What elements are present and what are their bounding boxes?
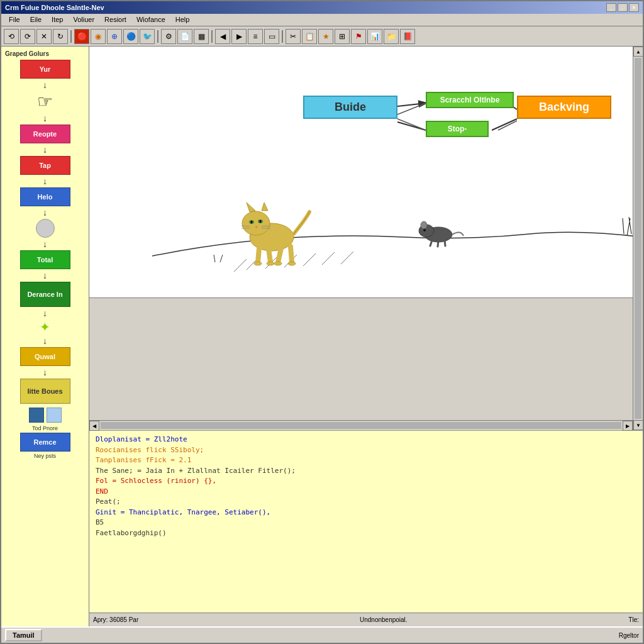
close-button[interactable]: × xyxy=(629,3,639,12)
minimize-button[interactable]: _ xyxy=(606,3,616,12)
circle-node xyxy=(36,219,55,238)
sidebar-item-reopte[interactable]: Reopte xyxy=(20,125,70,143)
svg-line-29 xyxy=(269,248,270,262)
tod-label: Tod Pnore xyxy=(32,425,58,431)
node-guide[interactable]: Buide xyxy=(303,96,397,119)
status-right-label: Tle: xyxy=(628,616,639,623)
toolbar-pdf[interactable]: 📕 xyxy=(400,29,415,44)
code-line-8: B5 xyxy=(96,518,636,528)
canvas-scrollbar-h[interactable]: ◀ ▶ xyxy=(89,420,633,430)
menu-resiort[interactable]: Resiort xyxy=(99,15,131,25)
scroll-left-btn[interactable]: ◀ xyxy=(89,421,99,431)
svg-line-14 xyxy=(341,252,353,264)
toolbar-back[interactable]: ⟲ xyxy=(4,29,19,44)
status-left: Apry: 36085 Par xyxy=(93,616,138,623)
toolbar-icon1[interactable]: 🔴 xyxy=(74,29,89,44)
toolbar-icon2[interactable]: ◉ xyxy=(91,29,106,44)
code-line-4: Fol = Schlocless (rinior) {}, xyxy=(96,476,636,487)
taskbar-right: Rgeltor xyxy=(619,632,639,639)
cursor-icon: ☞ xyxy=(37,91,53,112)
svg-line-12 xyxy=(303,253,316,266)
scroll-up-btn[interactable]: ▲ xyxy=(633,47,643,57)
code-line-0: Dloplanisat = Zll2hote xyxy=(96,435,636,445)
arrow-5: ↓ xyxy=(43,239,47,249)
scroll-thumb-v[interactable] xyxy=(635,58,641,419)
sidebar-item-quwal[interactable]: Quwal xyxy=(20,347,70,366)
toolbar: ⟲ ⟳ ✕ ↻ 🔴 ◉ ⊕ 🔵 🐦 ⚙ 📄 ▦ ◀ ▶ ≡ ▭ ✂ 📋 ★ ⊞ … xyxy=(1,26,643,47)
menu-file[interactable]: File xyxy=(4,15,25,25)
svg-point-16 xyxy=(242,211,270,235)
separator-2 xyxy=(157,30,158,43)
menu-help[interactable]: Help xyxy=(170,15,195,25)
arrow-7: ↓ xyxy=(43,308,47,318)
node-backving[interactable]: Backving xyxy=(517,96,611,119)
scene-svg xyxy=(152,130,643,287)
status-right: Tle: xyxy=(628,616,639,623)
toolbar-file2[interactable]: 📁 xyxy=(384,29,399,44)
sidebar-item-tap[interactable]: Tap xyxy=(20,156,70,175)
code-line-7: Ginit = Thanciplatic, Tnargee, Setiaber(… xyxy=(96,508,636,518)
menu-voliuer[interactable]: Voliuer xyxy=(68,15,99,25)
status-middle: Undnonbenpoial. xyxy=(360,616,408,623)
toolbar-forward[interactable]: ⟳ xyxy=(20,29,35,44)
sidebar-item-iitte[interactable]: Iitte Boues xyxy=(20,379,70,404)
toolbar-flag[interactable]: ⚑ xyxy=(351,29,366,44)
node-scratch[interactable]: Scracchl Oltlnbe xyxy=(426,92,514,108)
toolbar-left[interactable]: ◀ xyxy=(215,29,230,44)
toolbar-nav[interactable]: ⊞ xyxy=(335,29,350,44)
toolbar-stop[interactable]: ✕ xyxy=(36,29,52,44)
scroll-down-btn[interactable]: ▼ xyxy=(633,420,643,430)
svg-line-41 xyxy=(438,241,438,247)
toolbar-chart[interactable]: 📊 xyxy=(367,29,382,44)
code-area: Dloplanisat = Zll2hote Roocianises flick… xyxy=(89,430,643,613)
arrow-6: ↓ xyxy=(43,270,47,280)
toolbar-icon4[interactable]: 🔵 xyxy=(123,29,138,44)
svg-point-34 xyxy=(274,262,282,265)
svg-line-13 xyxy=(322,252,335,265)
sidebar-item-remce[interactable]: Remce xyxy=(20,433,70,452)
toolbar-cut[interactable]: ✂ xyxy=(286,29,301,44)
menu-bar: File Eile Itep Voliuer Resiort Wiofance … xyxy=(1,14,643,26)
toolbar-grid[interactable]: ▦ xyxy=(194,29,209,44)
toolbar-page[interactable]: 📄 xyxy=(177,29,192,44)
toolbar-lines[interactable]: ≡ xyxy=(248,29,263,44)
menu-eile[interactable]: Eile xyxy=(25,15,47,25)
code-line-5: END xyxy=(96,487,636,497)
arrow-4: ↓ xyxy=(43,208,47,218)
scroll-right-btn[interactable]: ▶ xyxy=(623,421,633,431)
toolbar-copy[interactable]: 📋 xyxy=(302,29,317,44)
toolbar-settings[interactable]: ⚙ xyxy=(161,29,176,44)
menu-itep[interactable]: Itep xyxy=(47,15,68,25)
sidebar-item-yur[interactable]: Yur xyxy=(20,60,70,79)
cat-figure xyxy=(242,203,309,265)
canvas-scrollbar-v[interactable]: ▲ ▼ xyxy=(633,47,643,430)
sidebar-item-derance[interactable]: Derance In xyxy=(20,282,70,307)
svg-point-35 xyxy=(288,262,296,265)
svg-point-39 xyxy=(423,229,426,231)
main-content: Graped Golurs Yur ↓ ☞ ↓ Reopte ↓ Tap ↓ H… xyxy=(1,47,643,626)
svg-point-38 xyxy=(421,221,427,229)
maximize-button[interactable]: □ xyxy=(618,3,628,12)
toolbar-icon3[interactable]: ⊕ xyxy=(107,29,122,44)
icon-group xyxy=(29,408,62,423)
code-line-1: Roocianises flick SSiboly; xyxy=(96,445,636,456)
toolbar-star[interactable]: ★ xyxy=(318,29,333,44)
scroll-thumb-h[interactable] xyxy=(101,422,621,429)
svg-line-3 xyxy=(492,119,517,130)
svg-line-7 xyxy=(498,121,517,130)
sidebar-item-total[interactable]: Total xyxy=(20,250,70,269)
menu-wiofance[interactable]: Wiofance xyxy=(131,15,170,25)
arrow-8: ↓ xyxy=(43,336,47,346)
toolbar-box[interactable]: ▭ xyxy=(264,29,279,44)
svg-line-1 xyxy=(397,122,426,130)
toolbar-right[interactable]: ▶ xyxy=(231,29,247,44)
canvas-top[interactable]: Buide Backving Scracchl Oltlnbe Stop- xyxy=(89,47,643,298)
diagram-area: Buide Backving Scracchl Oltlnbe Stop- xyxy=(89,47,633,287)
title-bar-controls: _ □ × xyxy=(606,3,639,12)
toolbar-icon5[interactable]: 🐦 xyxy=(140,29,155,44)
ney-label: Ney psts xyxy=(34,453,56,459)
separator-1 xyxy=(70,30,72,43)
toolbar-refresh[interactable]: ↻ xyxy=(53,29,68,44)
sidebar-item-helo[interactable]: Helo xyxy=(20,187,70,206)
start-button[interactable]: Tamuil xyxy=(5,629,42,641)
